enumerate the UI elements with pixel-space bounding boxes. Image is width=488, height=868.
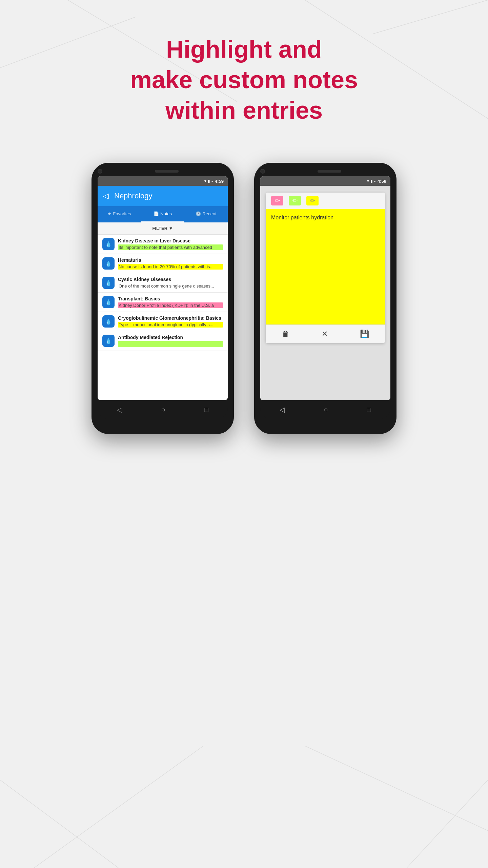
- note-icon-1: 💧: [102, 238, 115, 250]
- svg-line-7: [407, 780, 488, 868]
- note-item-4[interactable]: 💧 Transplant: Basics Kidney Donor Profil…: [98, 293, 228, 312]
- note-item-1[interactable]: 💧 Kidney Disease in Liver Disease Its im…: [98, 235, 228, 254]
- note-icon-6: 💧: [102, 335, 115, 347]
- phone2-speaker: [318, 170, 341, 173]
- note-title-6: Antibody Mediated Rejection: [118, 335, 223, 340]
- phone1-home-nav[interactable]: ○: [161, 406, 165, 414]
- phone2-battery-icon: ▪: [374, 179, 375, 183]
- phone2-home-nav[interactable]: ○: [324, 406, 328, 414]
- phone2-camera: [260, 169, 265, 174]
- svg-line-6: [305, 746, 488, 831]
- pen-pink[interactable]: ✏: [271, 196, 283, 205]
- note-text-4: Kidney Donor Profile Index ('KDPI'): in …: [118, 302, 223, 308]
- note-icon-5: 💧: [102, 315, 115, 328]
- phone2-signal-icon: ▮: [370, 179, 373, 183]
- note-icon-2: 💧: [102, 257, 115, 270]
- phone2-time: 4:59: [378, 179, 386, 184]
- phone-2: ▾ ▮ ▪ 4:59 ✏ ✏ ✏ Monitor pati: [254, 163, 396, 434]
- headline-line1: Highlight and: [0, 34, 488, 64]
- note-title-2: Hematuria: [118, 257, 223, 263]
- note-item-5[interactable]: 💧 Cryoglobulinemic Glomerulonephritis: B…: [98, 312, 228, 331]
- note-item-3[interactable]: 💧 Cystic Kidney Diseases One of the most…: [98, 273, 228, 293]
- note-content-1: Kidney Disease in Liver Disease Its impo…: [118, 238, 223, 250]
- tab-favorites[interactable]: ★ Favorites: [98, 206, 141, 222]
- back-arrow-icon[interactable]: ◁: [103, 192, 109, 200]
- svg-line-3: [373, 0, 488, 34]
- phone2-wifi-icon: ▾: [367, 179, 369, 183]
- phone1-status-icons: ▾ ▮ ▪: [204, 179, 213, 183]
- headline-line2: make custom notes: [0, 64, 488, 95]
- delete-note-button[interactable]: 🗑: [282, 330, 289, 338]
- app-title: Nephrology: [114, 192, 152, 200]
- wifi-icon: ▾: [204, 179, 206, 183]
- phone1-app-header: ◁ Nephrology: [98, 186, 228, 206]
- signal-icon: ▮: [208, 179, 210, 183]
- notes-doc-icon: 📄: [154, 211, 159, 216]
- pen-yellow[interactable]: ✏: [306, 196, 319, 205]
- phone1-nav-bar: ◁ ○ □: [98, 400, 228, 419]
- note-editor-content[interactable]: Monitor patients hydration: [266, 209, 385, 324]
- note-content-5: Cryoglobulinemic Glomerulonephritis: Bas…: [118, 315, 223, 328]
- phone2-status-bar: ▾ ▮ ▪ 4:59: [260, 176, 390, 186]
- cystic-icon: 💧: [105, 280, 112, 286]
- note-text-content: Monitor patients hydration: [271, 215, 333, 220]
- tab-recent[interactable]: 🕐 Recent: [184, 206, 228, 222]
- phone2-nav-bar: ◁ ○ □: [260, 400, 390, 419]
- phone2-recent-nav[interactable]: □: [367, 406, 371, 414]
- kidney-icon: 💧: [105, 241, 112, 248]
- note-title-5: Cryoglobulinemic Glomerulonephritis: Bas…: [118, 315, 223, 321]
- note-editor-bg: ✏ ✏ ✏ Monitor patients hydration 🗑 ✕ 💾: [260, 186, 390, 400]
- note-item-6[interactable]: 💧 Antibody Mediated Rejection: [98, 331, 228, 351]
- antibody-icon: 💧: [105, 338, 112, 344]
- phone2-status-icons: ▾ ▮ ▪: [367, 179, 375, 183]
- app-tabs: ★ Favorites 📄 Notes 🕐 Recent: [98, 206, 228, 222]
- phone1-screen: ▾ ▮ ▪ 4:59 ◁ Nephrology ★ Favorites 📄: [98, 176, 228, 400]
- hematuria-icon: 💧: [105, 260, 112, 267]
- close-note-button[interactable]: ✕: [322, 330, 328, 338]
- phone1-speaker: [155, 170, 179, 173]
- tab-notes[interactable]: 📄 Notes: [141, 206, 184, 222]
- note-text-1: Its important to note that patients with…: [118, 244, 223, 250]
- note-content-4: Transplant: Basics Kidney Donor Profile …: [118, 296, 223, 308]
- phone2-back-nav[interactable]: ◁: [280, 406, 285, 414]
- note-title-3: Cystic Kidney Diseases: [118, 277, 223, 282]
- note-editor-toolbar: ✏ ✏ ✏: [266, 193, 385, 209]
- phone1-time: 4:59: [215, 179, 224, 184]
- headline-line3: within entries: [0, 95, 488, 125]
- transplant-icon: 💧: [105, 299, 112, 305]
- note-title-1: Kidney Disease in Liver Disease: [118, 238, 223, 243]
- note-text-3: One of the most common single gene disea…: [118, 283, 223, 289]
- note-item-2[interactable]: 💧 Hematuria No cause is found in 20-70% …: [98, 254, 228, 273]
- note-icon-3: 💧: [102, 277, 115, 289]
- notes-list: 💧 Kidney Disease in Liver Disease Its im…: [98, 235, 228, 351]
- phone1-status-bar: ▾ ▮ ▪ 4:59: [98, 176, 228, 186]
- cryo-icon: 💧: [105, 318, 112, 325]
- phone1-back-nav[interactable]: ◁: [117, 406, 122, 414]
- note-editor-card: ✏ ✏ ✏ Monitor patients hydration 🗑 ✕ 💾: [266, 193, 385, 343]
- phone1-camera: [98, 169, 102, 174]
- filter-bar[interactable]: FILTER ▼: [98, 222, 228, 235]
- note-content-3: Cystic Kidney Diseases One of the most c…: [118, 277, 223, 289]
- note-icon-4: 💧: [102, 296, 115, 308]
- note-title-4: Transplant: Basics: [118, 296, 223, 301]
- filter-label: FILTER ▼: [152, 226, 173, 231]
- note-text-6: [118, 341, 223, 347]
- save-note-button[interactable]: 💾: [360, 330, 369, 338]
- recent-clock-icon: 🕐: [196, 211, 201, 216]
- svg-line-4: [0, 780, 119, 868]
- phone1-recent-nav[interactable]: □: [204, 406, 208, 414]
- battery-icon: ▪: [211, 179, 213, 183]
- phone-1: ▾ ▮ ▪ 4:59 ◁ Nephrology ★ Favorites 📄: [92, 163, 234, 434]
- pen-green[interactable]: ✏: [289, 196, 301, 205]
- note-content-6: Antibody Mediated Rejection: [118, 335, 223, 347]
- phones-container: ▾ ▮ ▪ 4:59 ◁ Nephrology ★ Favorites 📄: [0, 163, 488, 434]
- note-text-2: No cause is found in 20-70% of patients …: [118, 264, 223, 270]
- phone2-screen: ▾ ▮ ▪ 4:59 ✏ ✏ ✏ Monitor pati: [260, 176, 390, 400]
- note-editor-actions: 🗑 ✕ 💾: [266, 324, 385, 343]
- svg-line-5: [34, 746, 203, 868]
- headline: Highlight and make custom notes within e…: [0, 34, 488, 125]
- note-content-2: Hematuria No cause is found in 20-70% of…: [118, 257, 223, 270]
- note-text-5: Type I- monoclonal immunoglobulin (typic…: [118, 322, 223, 328]
- favorites-icon: ★: [107, 211, 111, 216]
